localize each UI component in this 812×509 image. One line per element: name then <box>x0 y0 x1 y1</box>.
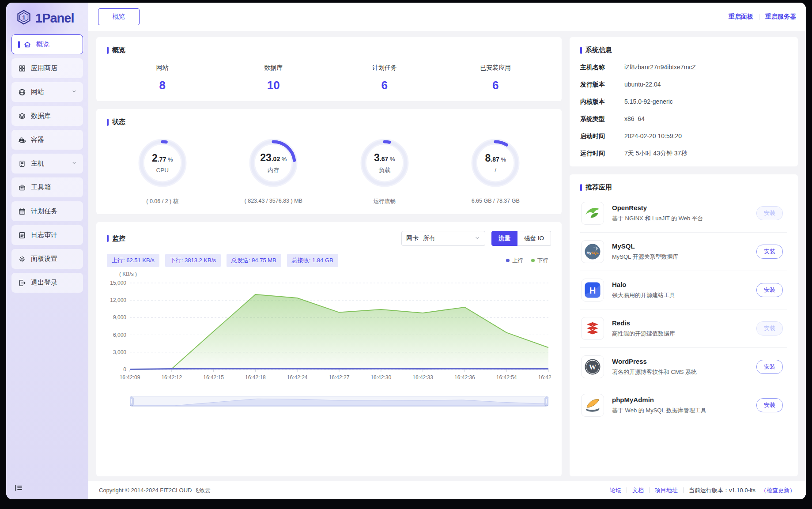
sidebar-item-host[interactable]: 主机 <box>11 154 83 173</box>
svg-text:3,000: 3,000 <box>113 349 126 355</box>
sidebar-item-appstore[interactable]: 应用商店 <box>11 58 83 78</box>
sidebar-item-label: 退出登录 <box>31 279 77 287</box>
sidebar-item-logs[interactable]: 日志审计 <box>11 225 83 245</box>
gauge-sublabel: 6.65 GB / 78.37 GB <box>472 198 520 204</box>
monitor-mode-buttons: 流量磁盘 IO <box>491 231 551 246</box>
monitor-title: 监控 <box>112 234 125 243</box>
stat-value[interactable]: 10 <box>218 79 329 92</box>
mysql-app-icon: MySQL <box>581 240 604 263</box>
gauge-ring: 3.67 %负载 <box>359 137 411 189</box>
svg-text:16:42:09: 16:42:09 <box>120 374 140 381</box>
sidebar-item-layers[interactable]: 数据库 <box>11 106 83 126</box>
svg-text:16:42:36: 16:42:36 <box>454 374 475 381</box>
stat-value[interactable]: 6 <box>440 79 551 92</box>
svg-text:H: H <box>589 286 596 295</box>
app-name[interactable]: MySQL <box>612 242 756 250</box>
sidebar-item-container[interactable]: 容器 <box>11 130 83 150</box>
stat-value[interactable]: 8 <box>107 79 218 92</box>
sidebar-collapse-icon[interactable] <box>14 483 23 494</box>
app-name[interactable]: phpMyAdmin <box>612 396 756 403</box>
svg-text:16:42:27: 16:42:27 <box>329 374 350 381</box>
app-name[interactable]: Halo <box>612 281 756 288</box>
system-info-label: 启动时间 <box>580 132 624 140</box>
appstore-icon <box>18 64 26 72</box>
app-description: MySQL 开源关系型数据库 <box>612 253 756 261</box>
stat-label: 数据库 <box>218 64 329 72</box>
traffic-badge: 总发送: 94.75 MB <box>227 254 281 267</box>
logo: 1 1Panel <box>6 3 88 34</box>
gauge-value: 2.77 % <box>152 152 173 164</box>
install-button[interactable]: 安装 <box>756 206 783 220</box>
check-update-link[interactable]: （检查更新） <box>761 486 795 494</box>
system-info-value: 2024-02-20 10:59:20 <box>624 132 682 140</box>
app-name[interactable]: WordPress <box>612 358 756 365</box>
sidebar-item-logout[interactable]: 退出登录 <box>11 273 83 293</box>
svg-text:16:42:18: 16:42:18 <box>245 374 266 381</box>
legend-item[interactable]: 上行 <box>506 257 523 264</box>
sidebar-item-settings[interactable]: 面板设置 <box>11 249 83 269</box>
monitor-button-disk-io[interactable]: 磁盘 IO <box>517 231 551 246</box>
overview-stats: 网站8数据库10计划任务6已安装应用6 <box>107 64 551 92</box>
install-button[interactable]: 安装 <box>756 283 783 297</box>
traffic-badge: 下行: 3813.2 KB/s <box>165 254 221 267</box>
topbar-actions: 重启面板 重启服务器 <box>729 13 796 21</box>
sidebar-item-calendar[interactable]: 计划任务 <box>11 201 83 221</box>
gauge-text: 23.02 %内存 <box>247 137 299 189</box>
system-info-row: 发行版本ubuntu-22.04 <box>580 81 787 89</box>
gauge-sublabel: ( 823.43 / 3576.83 ) MB <box>245 198 302 204</box>
section-accent-bar <box>580 184 582 191</box>
sidebar-item-globe[interactable]: 网站 <box>11 82 83 102</box>
svg-text:1: 1 <box>22 14 26 21</box>
divider <box>649 487 650 493</box>
sidebar-item-toolbox[interactable]: 工具箱 <box>11 177 83 197</box>
app-info: phpMyAdmin基于 Web 的 MySQL 数据库管理工具 <box>612 396 756 415</box>
app-name[interactable]: OpenResty <box>612 204 756 211</box>
redis-app-icon <box>581 317 604 340</box>
sidebar-item-home[interactable]: 概览 <box>11 34 83 54</box>
app-description: 基于 NGINX 和 LuaJIT 的 Web 平台 <box>612 215 756 222</box>
footer-link[interactable]: 文档 <box>632 486 644 494</box>
chevron-down-icon <box>71 88 77 96</box>
system-info-label: 系统类型 <box>580 115 624 123</box>
gauge-text: 2.77 %CPU <box>136 137 189 189</box>
system-info-row: 内核版本5.15.0-92-generic <box>580 98 787 106</box>
stat-label: 计划任务 <box>329 64 440 72</box>
divider <box>683 487 684 493</box>
app-info: MySQLMySQL 开源关系型数据库 <box>612 242 756 261</box>
restart-panel-link[interactable]: 重启面板 <box>729 13 753 21</box>
chart-legend: 上行下行 <box>506 257 551 264</box>
footer-link[interactable]: 论坛 <box>610 486 621 494</box>
chevron-down-icon <box>71 160 77 167</box>
gauge-label: CPU <box>156 167 169 173</box>
install-button[interactable]: 安装 <box>756 245 783 259</box>
tab-overview[interactable]: 概览 <box>98 8 140 25</box>
stat-value[interactable]: 6 <box>329 79 440 92</box>
install-button[interactable]: 安装 <box>756 360 783 374</box>
nic-select[interactable]: 网卡 所有 <box>401 231 485 246</box>
openresty-app-icon <box>581 202 604 225</box>
system-info-row: 启动时间2024-02-20 10:59:20 <box>580 132 787 140</box>
install-button[interactable]: 安装 <box>756 321 783 336</box>
system-info-value: 5.15.0-92-generic <box>624 98 673 106</box>
gauge-sublabel: ( 0.06 / 2 ) 核 <box>146 198 178 205</box>
sidebar-item-label: 计划任务 <box>31 207 77 215</box>
app-description: 著名的开源博客软件和 CMS 系统 <box>612 368 756 376</box>
logo-hexagon-icon: 1 <box>16 9 32 27</box>
restart-server-link[interactable]: 重启服务器 <box>765 13 796 21</box>
overview-stat: 已安装应用6 <box>440 64 551 92</box>
install-button[interactable]: 安装 <box>756 398 783 412</box>
footer: Copyright © 2014-2024 FIT2CLOUD 飞致云 论坛文档… <box>88 481 806 499</box>
monitor-button-traffic[interactable]: 流量 <box>491 231 517 246</box>
legend-dot <box>531 259 535 262</box>
system-info-label: 运行时间 <box>580 150 624 158</box>
legend-item[interactable]: 下行 <box>531 257 548 264</box>
gauge-text: 8.87 %/ <box>469 137 521 189</box>
legend-label: 上行 <box>512 257 523 264</box>
recommended-apps-title: 推荐应用 <box>585 183 612 192</box>
system-info-title: 系统信息 <box>585 46 612 54</box>
app-name[interactable]: Redis <box>612 319 756 327</box>
footer-link[interactable]: 项目地址 <box>655 486 678 494</box>
svg-text:16:42:12: 16:42:12 <box>161 374 182 381</box>
svg-text:16:42:24: 16:42:24 <box>287 374 308 381</box>
chart-datazoom-slider[interactable] <box>107 395 551 409</box>
